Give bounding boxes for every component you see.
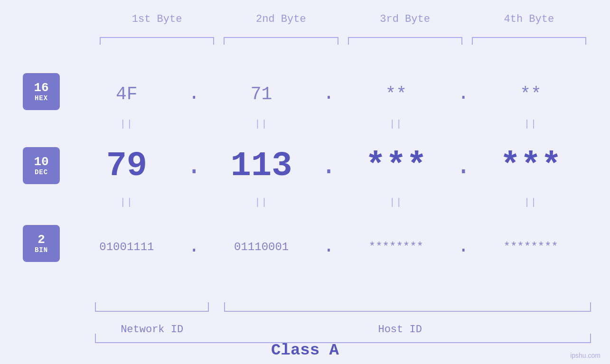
byte-header-4: 4th Byte bbox=[467, 13, 591, 25]
dec-dot-1: . bbox=[187, 153, 201, 179]
bin-dot-1: . bbox=[187, 237, 201, 256]
hex-base-label: HEX bbox=[35, 94, 48, 102]
hex-val-2: 71 bbox=[201, 84, 322, 104]
hex-dot-3: . bbox=[456, 84, 470, 103]
rows-area: 4F . 71 . ** . ** || || || || 79 . 113 .… bbox=[66, 62, 591, 326]
hex-base-num: 16 bbox=[34, 81, 48, 95]
eq2-cell-3: || bbox=[336, 197, 457, 208]
dec-val-4: *** bbox=[470, 147, 591, 186]
eq2-cell-4: || bbox=[470, 197, 591, 208]
hex-val-3: ** bbox=[336, 84, 457, 104]
top-brackets bbox=[95, 37, 591, 45]
eq-cell-4: || bbox=[470, 119, 591, 130]
top-bracket-1 bbox=[100, 37, 214, 45]
dec-badge: 10 DEC bbox=[23, 147, 60, 184]
dec-base-label: DEC bbox=[35, 168, 48, 176]
hex-dot-1: . bbox=[187, 84, 201, 103]
eq-cell-3: || bbox=[336, 119, 457, 130]
hex-badge: 16 HEX bbox=[23, 73, 60, 110]
byte-header-2: 2nd Byte bbox=[219, 13, 343, 25]
dec-val-2: 113 bbox=[201, 147, 322, 186]
top-bracket-2 bbox=[224, 37, 338, 45]
bottom-brackets bbox=[95, 302, 591, 321]
hex-dot-2: . bbox=[322, 84, 336, 103]
byte-headers: 1st Byte 2nd Byte 3rd Byte 4th Byte bbox=[95, 13, 591, 25]
dec-val-3: *** bbox=[336, 147, 457, 186]
bin-dot-3: . bbox=[456, 237, 470, 256]
dec-dot-2: . bbox=[322, 153, 336, 179]
bin-base-label: BIN bbox=[35, 246, 48, 254]
network-bracket bbox=[95, 302, 209, 312]
hex-val-1: 4F bbox=[66, 84, 187, 104]
hex-val-4: ** bbox=[470, 84, 591, 104]
main-container: 16 HEX 10 DEC 2 BIN 1st Byte 2nd Byte 3r… bbox=[0, 0, 610, 364]
dec-val-1: 79 bbox=[66, 147, 187, 186]
bin-badge: 2 BIN bbox=[23, 225, 60, 262]
eq-cell-1: || bbox=[66, 119, 187, 130]
equals-row-2: || || || || bbox=[66, 197, 591, 208]
hex-row: 4F . 71 . ** . ** bbox=[66, 75, 591, 113]
bin-val-4: ******** bbox=[470, 241, 591, 253]
bin-row: 01001111 . 01110001 . ******** . *******… bbox=[66, 228, 591, 266]
bin-val-2: 01110001 bbox=[201, 241, 322, 253]
bin-base-num: 2 bbox=[38, 233, 45, 247]
class-a-label: Class A bbox=[0, 341, 610, 359]
bin-val-1: 01001111 bbox=[66, 241, 187, 253]
eq-cell-2: || bbox=[201, 119, 322, 130]
dec-base-num: 10 bbox=[34, 155, 48, 169]
bin-dot-2: . bbox=[322, 237, 336, 256]
bin-val-3: ******** bbox=[336, 241, 457, 253]
top-bracket-3 bbox=[348, 37, 462, 45]
dec-dot-3: . bbox=[456, 153, 470, 179]
dec-row: 79 . 113 . *** . *** bbox=[66, 142, 591, 190]
watermark: ipshu.com bbox=[570, 352, 601, 359]
byte-header-3: 3rd Byte bbox=[343, 13, 467, 25]
byte-header-1: 1st Byte bbox=[95, 13, 219, 25]
equals-row-1: || || || || bbox=[66, 119, 591, 130]
eq2-cell-2: || bbox=[201, 197, 322, 208]
host-bracket bbox=[224, 302, 591, 312]
top-bracket-4 bbox=[472, 37, 586, 45]
eq2-cell-1: || bbox=[66, 197, 187, 208]
